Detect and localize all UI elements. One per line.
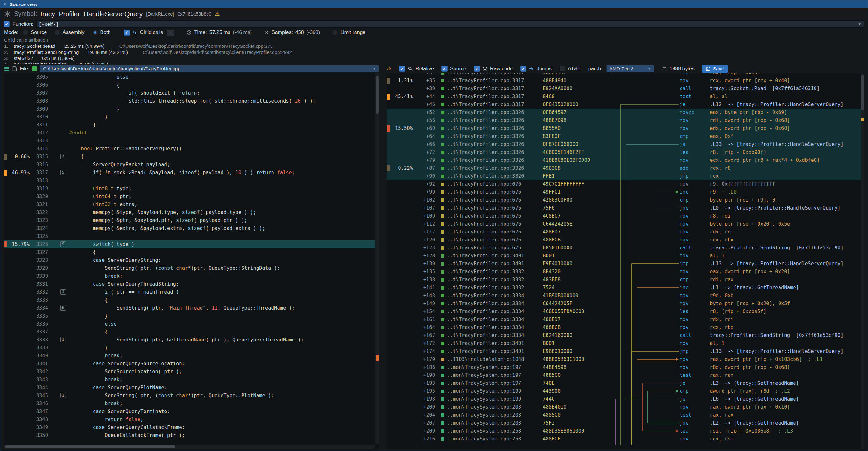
- asm-row[interactable]: 1.31%+35..t\TracyProfiler.cpp:3317488B49…: [387, 77, 865, 85]
- source-line[interactable]: 3313: [4, 137, 379, 145]
- raw-code-toggle[interactable]: ✓ Raw code: [474, 66, 513, 72]
- source-line[interactable]: 3341case ServerQuerySourceLocation:: [4, 360, 379, 368]
- source-checkbox[interactable]: ✓: [441, 66, 447, 72]
- asm-row[interactable]: +128..t\TracyProfiler.cpp:3401B001moval,…: [387, 252, 865, 260]
- raw-code-checkbox[interactable]: ✓: [474, 66, 480, 72]
- source-line[interactable]: 3307if( shouldExit ) return;: [4, 89, 379, 97]
- asm-row[interactable]: +130..t\TracyProfiler.cpp:3401E9E4010000…: [387, 260, 865, 268]
- source-line[interactable]: 33323if( ptr == m_mainThread ): [4, 288, 379, 296]
- source-line[interactable]: 3321uint32_t extra;: [4, 201, 379, 209]
- uarch-combo[interactable]: AMD Zen 3 ▼: [607, 65, 654, 72]
- source-line[interactable]: 3310}: [4, 113, 379, 121]
- radio-icon[interactable]: [23, 30, 28, 35]
- asm-row[interactable]: +174..t\TracyProfiler.cpp:3401E9B8010000…: [387, 348, 865, 356]
- asm-row[interactable]: 15.50%+60..t\TracyProfiler.cpp:33268B55A…: [387, 124, 865, 132]
- asm-row[interactable]: +107..t\TracyProfiler.hpp:67675F6jne.L0 …: [387, 204, 865, 212]
- asm-row[interactable]: +179..1103\include\atomic:1048488B05B63C…: [387, 356, 865, 363]
- scrollbar-handle[interactable]: [861, 75, 864, 110]
- list-icon[interactable]: [4, 66, 9, 71]
- source-line[interactable]: 3320uint64_t ptr;: [4, 193, 379, 201]
- mode-option-both[interactable]: Both: [92, 30, 111, 35]
- source-line[interactable]: 3316ServerQueryPacket payload;: [4, 161, 379, 169]
- source-line[interactable]: 3314bool Profiler::HandleServerQuery(): [4, 145, 379, 153]
- child-call-row[interactable]: 2.tracy::Profiler::SendLongString19.88 m…: [4, 49, 864, 55]
- source-line[interactable]: 3335}: [4, 312, 379, 320]
- child-call-row[interactable]: 3.stat64i32625 μs (1.36%): [4, 55, 864, 61]
- asm-row[interactable]: +64..t\TracyProfiler.cpp:332683F80Fcmpea…: [387, 132, 865, 141]
- asm-row[interactable]: +112..t\TracyProfiler.hpp:676C64424205Em…: [387, 220, 865, 228]
- asm-row[interactable]: +99..t\TracyProfiler.hpp:67649FFC1incr9 …: [387, 188, 865, 196]
- source-line[interactable]: 46.93%33175if( !m_sock->Read( &payload, …: [4, 169, 379, 177]
- source-line[interactable]: 3333{: [4, 296, 379, 304]
- source-line[interactable]: 3344case ServerQueryPlotName:: [4, 384, 379, 392]
- source-horizontal-scrollbar[interactable]: [4, 445, 375, 449]
- asm-row[interactable]: +216..mon\TracySystem.cpp:258488BCEmovrc…: [387, 435, 865, 443]
- source-line[interactable]: 3342SendSourceLocation( ptr );: [4, 368, 379, 376]
- asm-row[interactable]: +120..t\TracyProfiler.hpp:676488BCBmovrc…: [387, 236, 865, 244]
- source-line[interactable]: 3306{: [4, 81, 379, 89]
- asm-row[interactable]: +204..mon\TracySystem.cpp:2034885C0testr…: [387, 411, 865, 419]
- source-line[interactable]: 3311}: [4, 121, 379, 129]
- asm-row[interactable]: +56..t\TracyProfiler.cpp:3326488B7D98mov…: [387, 117, 865, 124]
- file-combo[interactable]: C:\Users\wolf\Desktop\darkrl\contrib\tra…: [40, 65, 379, 72]
- asm-row[interactable]: +102..t\TracyProfiler.hpp:67642803C0F00c…: [387, 196, 865, 204]
- asm-row[interactable]: 45.41%+44..t\TracyProfiler.cpp:331784C0t…: [387, 93, 865, 101]
- asm-row[interactable]: +143..t\TracyProfiler.cpp:333441B90B0000…: [387, 292, 865, 300]
- jump-up-button[interactable]: ↑: [167, 29, 175, 36]
- asm-row[interactable]: +190..mon\TracySystem.cpp:1974885C0testr…: [387, 371, 865, 379]
- asm-row[interactable]: +198..mon\TracySystem.cpp:199744Cje.L6 -…: [387, 395, 865, 403]
- radio-icon[interactable]: [55, 30, 60, 35]
- asm-row[interactable]: +149..t\TracyProfiler.cpp:3334C64424205F…: [387, 300, 865, 308]
- asm-row[interactable]: +167..t\TracyProfiler.cpp:3334E824160000…: [387, 332, 865, 339]
- source-line[interactable]: 3337{: [4, 328, 379, 336]
- source-line[interactable]: 3347case ServerQueryTerminate:: [4, 408, 379, 416]
- child-calls-toggle[interactable]: ✓ Child calls: [124, 30, 163, 36]
- function-checkbox[interactable]: ✓: [3, 21, 9, 27]
- source-line[interactable]: 3340break;: [4, 352, 379, 360]
- source-line[interactable]: 3312#endif: [4, 129, 379, 137]
- source-line[interactable]: 3323memcpy( &ptr, &payload.ptr, sizeof( …: [4, 217, 379, 224]
- source-line[interactable]: 3325: [4, 233, 379, 240]
- source-line[interactable]: 3349case ServerQueryCallstackFrame:: [4, 424, 379, 431]
- source-line[interactable]: 3309}: [4, 105, 379, 113]
- limit-range-checkbox[interactable]: [332, 30, 338, 35]
- source-line[interactable]: 3308std::this_thread::sleep_for( std::ch…: [4, 97, 379, 105]
- save-button[interactable]: Save: [702, 65, 727, 72]
- source-line[interactable]: 3343break;: [4, 376, 379, 384]
- jumps-checkbox[interactable]: ✓: [520, 66, 526, 72]
- mode-option-source[interactable]: Source: [23, 30, 47, 35]
- asm-row[interactable]: +161..t\TracyProfiler.cpp:3334488BD7movr…: [387, 315, 865, 324]
- source-line[interactable]: 3348return false;: [4, 416, 379, 424]
- asm-row[interactable]: +79..t\TracyProfiler.cpp:3326418B8C80E0B…: [387, 156, 865, 164]
- asm-row[interactable]: +138..t\TracyProfiler.cpp:3332483BF8cmpr…: [387, 276, 865, 284]
- att-checkbox[interactable]: [559, 66, 565, 72]
- relative-toggle[interactable]: ✓ Relative: [399, 66, 434, 72]
- limit-range-toggle[interactable]: Limit range: [332, 30, 365, 35]
- assembly-vertical-scrollbar[interactable]: [861, 73, 865, 449]
- source-line[interactable]: 33346SendString( ptr, "Main thread", 11,…: [4, 304, 379, 312]
- source-line[interactable]: 3346break;: [4, 400, 379, 408]
- source-line[interactable]: 3336else: [4, 320, 379, 328]
- source-line[interactable]: 3324memcpy( &extra, &payload.extra, size…: [4, 224, 379, 233]
- source-line[interactable]: 3339}: [4, 344, 379, 352]
- asm-row[interactable]: +154..t\TracyProfiler.cpp:33344C8D055FBA…: [387, 308, 865, 315]
- asm-row[interactable]: +135..t\TracyProfiler.cpp:33328B4320move…: [387, 268, 865, 276]
- source-line[interactable]: 3331case ServerQueryThreadString:: [4, 280, 379, 288]
- asm-row[interactable]: +172..t\TracyProfiler.cpp:3401B001moval,…: [387, 339, 865, 348]
- source-line[interactable]: 3318: [4, 177, 379, 185]
- source-line[interactable]: 3322memcpy( &type, &payload.type, sizeof…: [4, 209, 379, 217]
- att-toggle[interactable]: AT&T: [559, 66, 581, 72]
- collapse-triangle-icon[interactable]: ▼: [3, 2, 7, 6]
- asm-row[interactable]: +72..t\TracyProfiler.cpp:33264C8D05F146F…: [387, 148, 865, 156]
- asm-row[interactable]: +31..t\TracyProfiler.cpp:3317488D5597lea…: [387, 73, 865, 77]
- asm-row[interactable]: +200..mon\TracySystem.cpp:203488B4010mov…: [387, 403, 865, 411]
- child-calls-checkbox[interactable]: ✓: [124, 30, 130, 36]
- child-call-row[interactable]: 4.KeSynchronizeExecution125 μs (0.27%): [4, 61, 864, 64]
- source-line[interactable]: 33451SendString( ptr, (const char*)ptr, …: [4, 392, 379, 400]
- source-line[interactable]: 0.66%33157{: [4, 153, 379, 161]
- source-line[interactable]: 3305else: [4, 73, 379, 81]
- scrollbar-handle[interactable]: [5, 445, 175, 448]
- mode-option-assembly[interactable]: Assembly: [55, 30, 84, 35]
- asm-row[interactable]: +117..t\TracyProfiler.hpp:676488BD7movrd…: [387, 228, 865, 236]
- source-vertical-scrollbar[interactable]: [375, 73, 379, 444]
